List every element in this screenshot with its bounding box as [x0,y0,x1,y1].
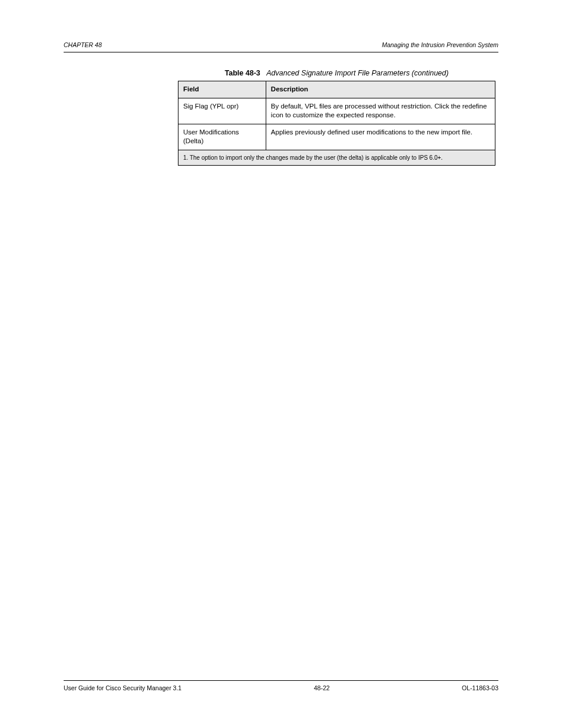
table-container: Table 48-3 Advanced Signature Import Fil… [178,69,495,166]
footer-doc-id: OL-11863-03 [462,684,498,691]
table-footnote: 1. The option to import only the changes… [178,150,495,166]
table-header-description: Description [266,81,495,98]
footer: User Guide for Cisco Security Manager 3.… [64,680,498,691]
footer-page-number: 48-22 [314,684,330,691]
description-cell: Applies previously defined user modifica… [266,124,495,150]
table-row: Sig Flag (YPL opr) By default, VPL files… [178,98,495,124]
description-cell: By default, VPL files are processed with… [266,98,495,124]
field-cell: User Modifications (Delta) [178,124,266,150]
field-cell: Sig Flag (YPL opr) [178,98,266,124]
header-chapter: CHAPTER 48 [64,41,102,48]
header: CHAPTER 48 Managing the Intrusion Preven… [64,41,498,52]
table-caption-text: Advanced Signature Import File Parameter… [266,69,448,77]
table-number: Table 48-3 [225,69,260,77]
table-header-row: Field Description [178,81,495,98]
footer-doc-title: User Guide for Cisco Security Manager 3.… [64,684,181,691]
header-title: Managing the Intrusion Prevention System [382,41,498,48]
table-header-field: Field [178,81,266,98]
table-caption: Table 48-3 Advanced Signature Import Fil… [178,69,495,77]
table-footnote-row: 1. The option to import only the changes… [178,150,495,166]
parameters-table: Field Description Sig Flag (YPL opr) By … [178,81,495,166]
table-row: User Modifications (Delta) Applies previ… [178,124,495,150]
